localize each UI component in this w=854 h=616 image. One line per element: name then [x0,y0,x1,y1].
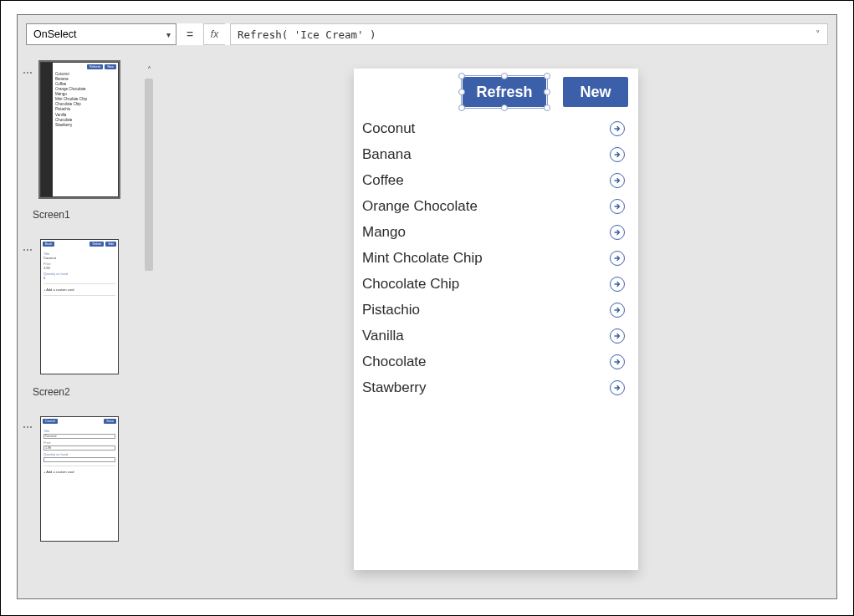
new-button[interactable]: New [563,77,628,107]
thumbnail-menu-icon[interactable]: ⋯ [23,244,33,256]
list-item: Mint Chcolate Chip [362,245,625,271]
thumb3-save-button: Save [104,419,116,424]
list-item-label: Banana [362,146,412,163]
thumbnail-screen3[interactable]: Cancel Save TitleCoconut Price1.99 Quant… [40,416,119,542]
list-item: Mango [362,219,625,245]
arrow-right-icon[interactable] [610,199,625,214]
add-card-label: + Add a custom card [43,470,115,474]
arrow-right-icon[interactable] [610,303,625,318]
property-select[interactable]: OnSelect ▾ [26,23,176,45]
thumbnail-menu-icon[interactable]: ⋯ [23,67,33,79]
add-card-label: + Add a custom card [43,288,115,292]
formula-bar: OnSelect ▾ = fx Refresh( 'Ice Cream' ) ˅ [26,23,828,45]
list-item-label: Orange Chocolate [362,198,478,215]
arrow-right-icon[interactable] [610,173,625,188]
formula-text: Refresh( 'Ice Cream' ) [238,28,376,41]
arrow-right-icon[interactable] [610,147,625,162]
thumb2-delete-button: Delete [89,242,104,247]
list-item-label: Mango [362,224,406,241]
thumb1-new-button: New [105,64,116,69]
list-item-label: Mint Chcolate Chip [362,250,483,267]
chevron-down-icon[interactable]: ˅ [816,29,821,40]
list-item: Vanilla [362,323,625,349]
list-item: Stawberry [362,374,625,400]
list-item: Pistachio [362,297,625,323]
list-item: Coconut [362,115,625,141]
fx-icon[interactable]: fx [203,23,225,45]
thumbnail-screen1[interactable]: Refresh New CoconutBananaCoffeeOrange Ch… [40,62,119,197]
list-item: Orange Chocolate [362,193,625,219]
chevron-down-icon: ▾ [166,30,171,39]
thumbnail-label: Screen2 [33,386,70,398]
list-item-label: Coffee [362,172,404,189]
list-item-label: Stawberry [362,379,427,396]
property-select-value: OnSelect [33,28,76,40]
list-item-label: Chocolate Chip [362,276,459,293]
thumbnail-menu-icon[interactable]: ⋯ [23,421,33,433]
equals-label: = [182,23,198,45]
arrow-right-icon[interactable] [610,251,625,266]
thumb1-refresh-button: Refresh [87,64,103,69]
list-item-label: Pistachio [362,302,420,318]
design-canvas[interactable]: Refresh Ne [156,45,836,598]
thumbnail-label: Screen1 [33,209,70,221]
screen-thumbnails-panel: ⋯ Refresh New CoconutBananaCoffeeOrange … [18,45,141,598]
thumb3-cancel-button: Cancel [43,419,58,424]
app-preview: Refresh Ne [354,69,638,570]
thumbnail-scrollbar[interactable]: ˄ [141,62,156,598]
arrow-right-icon[interactable] [610,354,625,369]
arrow-right-icon[interactable] [610,328,625,344]
thumbnail-screen2[interactable]: Back Delete Edit TitleCoconut Price1.99 … [40,239,119,374]
scroll-up-icon[interactable]: ˄ [141,62,156,77]
list-item: Chocolate [362,349,625,374]
arrow-right-icon[interactable] [610,121,625,136]
list-item: Banana [362,141,625,167]
arrow-right-icon[interactable] [610,277,625,292]
formula-input[interactable]: Refresh( 'Ice Cream' ) ˅ [230,23,828,45]
scrollbar-thumb[interactable] [145,79,153,271]
refresh-button[interactable]: Refresh [463,77,546,107]
list-item-label: Coconut [362,120,415,137]
items-gallery: CoconutBananaCoffeeOrange ChocolateMango… [354,112,638,400]
arrow-right-icon[interactable] [610,225,625,240]
list-item-label: Chocolate [362,354,427,370]
list-item: Coffee [362,167,625,193]
list-item: Chocolate Chip [362,271,625,297]
thumb2-edit-button: Edit [105,242,116,247]
list-item-label: Vanilla [362,328,404,344]
thumb2-back-button: Back [43,242,54,247]
arrow-right-icon[interactable] [610,380,625,395]
